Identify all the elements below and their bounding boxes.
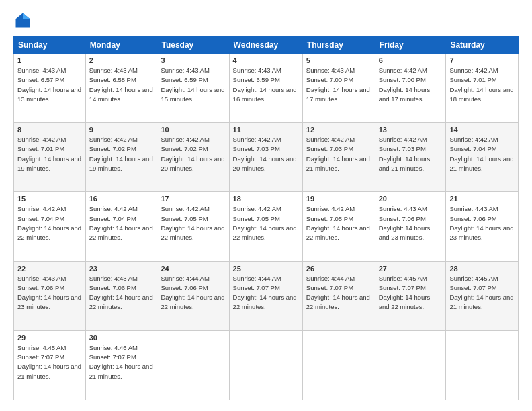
day-info: Sunrise: 4:42 AMSunset: 7:05 PMDaylight:… (306, 204, 371, 242)
day-number: 3 (161, 56, 225, 64)
day-info: Sunrise: 4:42 AMSunset: 7:04 PMDaylight:… (17, 204, 82, 242)
day-number: 1 (17, 56, 82, 64)
calendar-cell: 15Sunrise: 4:42 AMSunset: 7:04 PMDayligh… (14, 192, 86, 261)
day-info: Sunrise: 4:42 AMSunset: 7:01 PMDaylight:… (17, 135, 82, 173)
calendar-cell: 9Sunrise: 4:42 AMSunset: 7:02 PMDaylight… (85, 123, 157, 192)
weekday-header-tuesday: Tuesday (157, 37, 229, 54)
day-info: Sunrise: 4:44 AMSunset: 7:07 PMDaylight:… (306, 274, 371, 312)
calendar-cell: 27Sunrise: 4:45 AMSunset: 7:07 PMDayligh… (375, 261, 446, 330)
day-number: 17 (161, 195, 225, 203)
calendar-cell: 24Sunrise: 4:44 AMSunset: 7:06 PMDayligh… (157, 261, 229, 330)
day-number: 27 (379, 265, 443, 273)
day-info: Sunrise: 4:42 AMSunset: 7:03 PMDaylight:… (379, 135, 443, 173)
day-number: 20 (379, 195, 443, 203)
weekday-header-sunday: Sunday (14, 37, 86, 54)
day-number: 16 (89, 195, 154, 203)
page: SundayMondayTuesdayWednesdayThursdayFrid… (0, 0, 532, 411)
day-info: Sunrise: 4:42 AMSunset: 7:01 PMDaylight:… (449, 66, 515, 104)
day-number: 10 (161, 126, 225, 134)
logo-icon (13, 11, 32, 30)
calendar-cell: 28Sunrise: 4:45 AMSunset: 7:07 PMDayligh… (446, 261, 519, 330)
day-info: Sunrise: 4:42 AMSunset: 7:04 PMDaylight:… (89, 204, 154, 242)
day-number: 4 (233, 56, 299, 64)
calendar-cell: 17Sunrise: 4:42 AMSunset: 7:05 PMDayligh… (157, 192, 229, 261)
calendar-cell: 20Sunrise: 4:43 AMSunset: 7:06 PMDayligh… (375, 192, 446, 261)
calendar-cell: 1Sunrise: 4:43 AMSunset: 6:57 PMDaylight… (14, 54, 86, 123)
calendar-cell: 13Sunrise: 4:42 AMSunset: 7:03 PMDayligh… (375, 123, 446, 192)
calendar-cell: 22Sunrise: 4:43 AMSunset: 7:06 PMDayligh… (14, 261, 86, 330)
day-number: 8 (17, 126, 82, 134)
calendar-cell: 26Sunrise: 4:44 AMSunset: 7:07 PMDayligh… (302, 261, 375, 330)
day-info: Sunrise: 4:44 AMSunset: 7:07 PMDaylight:… (233, 274, 299, 312)
day-info: Sunrise: 4:43 AMSunset: 7:06 PMDaylight:… (449, 204, 515, 242)
day-number: 25 (233, 265, 299, 273)
calendar-cell: 25Sunrise: 4:44 AMSunset: 7:07 PMDayligh… (229, 261, 302, 330)
calendar-cell: 3Sunrise: 4:43 AMSunset: 6:59 PMDaylight… (157, 54, 229, 123)
day-number: 11 (233, 126, 299, 134)
day-number: 28 (449, 265, 515, 273)
calendar-cell: 4Sunrise: 4:43 AMSunset: 6:59 PMDaylight… (229, 54, 302, 123)
calendar-cell (446, 330, 519, 400)
day-info: Sunrise: 4:43 AMSunset: 6:57 PMDaylight:… (17, 66, 82, 104)
day-number: 5 (306, 56, 371, 64)
day-info: Sunrise: 4:43 AMSunset: 7:06 PMDaylight:… (17, 274, 82, 312)
day-info: Sunrise: 4:44 AMSunset: 7:06 PMDaylight:… (161, 274, 225, 312)
day-number: 23 (89, 265, 154, 273)
header (13, 11, 519, 30)
calendar-table: SundayMondayTuesdayWednesdayThursdayFrid… (13, 36, 519, 400)
day-number: 26 (306, 265, 371, 273)
day-info: Sunrise: 4:43 AMSunset: 7:00 PMDaylight:… (306, 66, 371, 104)
day-info: Sunrise: 4:45 AMSunset: 7:07 PMDaylight:… (379, 274, 443, 312)
calendar-cell: 6Sunrise: 4:42 AMSunset: 7:00 PMDaylight… (375, 54, 446, 123)
calendar-cell: 21Sunrise: 4:43 AMSunset: 7:06 PMDayligh… (446, 192, 519, 261)
day-number: 15 (17, 195, 82, 203)
day-number: 12 (306, 126, 371, 134)
day-info: Sunrise: 4:43 AMSunset: 7:06 PMDaylight:… (89, 274, 154, 312)
day-info: Sunrise: 4:42 AMSunset: 7:04 PMDaylight:… (449, 135, 515, 173)
day-info: Sunrise: 4:42 AMSunset: 7:02 PMDaylight:… (89, 135, 154, 173)
day-number: 7 (449, 56, 515, 64)
calendar-cell: 12Sunrise: 4:42 AMSunset: 7:03 PMDayligh… (302, 123, 375, 192)
day-info: Sunrise: 4:42 AMSunset: 7:00 PMDaylight:… (379, 66, 443, 104)
calendar-cell: 23Sunrise: 4:43 AMSunset: 7:06 PMDayligh… (85, 261, 157, 330)
day-info: Sunrise: 4:45 AMSunset: 7:07 PMDaylight:… (17, 343, 82, 381)
day-number: 22 (17, 265, 82, 273)
weekday-header-saturday: Saturday (446, 37, 519, 54)
calendar-cell: 5Sunrise: 4:43 AMSunset: 7:00 PMDaylight… (302, 54, 375, 123)
weekday-header-wednesday: Wednesday (229, 37, 302, 54)
calendar-week-5: 29Sunrise: 4:45 AMSunset: 7:07 PMDayligh… (14, 330, 519, 400)
day-info: Sunrise: 4:42 AMSunset: 7:05 PMDaylight:… (233, 204, 299, 242)
day-info: Sunrise: 4:42 AMSunset: 7:05 PMDaylight:… (161, 204, 225, 242)
calendar-cell: 7Sunrise: 4:42 AMSunset: 7:01 PMDaylight… (446, 54, 519, 123)
calendar-cell (229, 330, 302, 400)
calendar-cell: 8Sunrise: 4:42 AMSunset: 7:01 PMDaylight… (14, 123, 86, 192)
calendar-cell: 19Sunrise: 4:42 AMSunset: 7:05 PMDayligh… (302, 192, 375, 261)
weekday-header-row: SundayMondayTuesdayWednesdayThursdayFrid… (14, 37, 519, 54)
calendar-cell: 11Sunrise: 4:42 AMSunset: 7:03 PMDayligh… (229, 123, 302, 192)
day-info: Sunrise: 4:43 AMSunset: 6:59 PMDaylight:… (233, 66, 299, 104)
day-number: 9 (89, 126, 154, 134)
day-info: Sunrise: 4:43 AMSunset: 7:06 PMDaylight:… (379, 204, 443, 242)
calendar-cell: 18Sunrise: 4:42 AMSunset: 7:05 PMDayligh… (229, 192, 302, 261)
day-number: 6 (379, 56, 443, 64)
calendar-week-2: 8Sunrise: 4:42 AMSunset: 7:01 PMDaylight… (14, 123, 519, 192)
day-number: 24 (161, 265, 225, 273)
day-info: Sunrise: 4:42 AMSunset: 7:03 PMDaylight:… (306, 135, 371, 173)
weekday-header-monday: Monday (85, 37, 157, 54)
day-number: 21 (449, 195, 515, 203)
day-number: 29 (17, 334, 82, 342)
day-info: Sunrise: 4:46 AMSunset: 7:07 PMDaylight:… (89, 343, 154, 381)
calendar-week-4: 22Sunrise: 4:43 AMSunset: 7:06 PMDayligh… (14, 261, 519, 330)
day-number: 2 (89, 56, 154, 64)
calendar-cell: 29Sunrise: 4:45 AMSunset: 7:07 PMDayligh… (14, 330, 86, 400)
day-number: 13 (379, 126, 443, 134)
day-number: 19 (306, 195, 371, 203)
day-info: Sunrise: 4:43 AMSunset: 6:58 PMDaylight:… (89, 66, 154, 104)
calendar-cell: 2Sunrise: 4:43 AMSunset: 6:58 PMDaylight… (85, 54, 157, 123)
svg-marker-1 (23, 13, 30, 19)
calendar-cell (302, 330, 375, 400)
calendar-cell (375, 330, 446, 400)
weekday-header-friday: Friday (375, 37, 446, 54)
logo (13, 11, 35, 30)
calendar-cell: 14Sunrise: 4:42 AMSunset: 7:04 PMDayligh… (446, 123, 519, 192)
